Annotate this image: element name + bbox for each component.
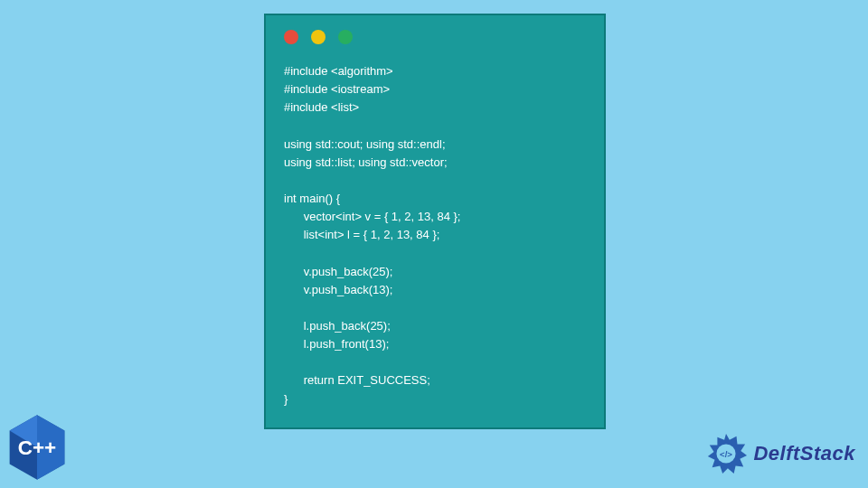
- close-icon: [284, 30, 298, 44]
- brand-logo: </> DelftStack: [704, 432, 855, 475]
- window-controls: [266, 15, 604, 53]
- code-window: #include <algorithm> #include <iostream>…: [264, 14, 606, 429]
- svg-text:</>: </>: [720, 449, 732, 459]
- minimize-icon: [311, 30, 326, 44]
- code-block: #include <algorithm> #include <iostream>…: [266, 53, 604, 427]
- cpp-badge-icon: C++: [7, 414, 67, 481]
- brand-name: DelftStack: [753, 442, 855, 465]
- delft-gear-icon: </>: [704, 432, 748, 475]
- maximize-icon: [338, 30, 353, 44]
- cpp-label: C++: [18, 436, 56, 459]
